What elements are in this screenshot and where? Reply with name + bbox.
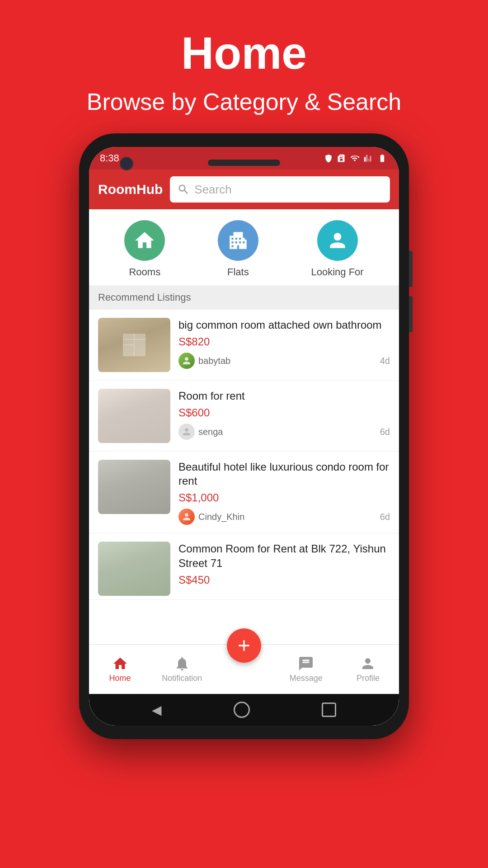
person-icon	[326, 229, 349, 252]
listing-meta-2: senga 6d	[178, 424, 390, 440]
phone-frame: 8:38 RoomHub Search	[79, 133, 409, 739]
bottom-nav: Home Notification Message Profile	[89, 644, 399, 694]
listing-price-1: S$820	[178, 335, 390, 348]
listing-time-2: 6d	[380, 427, 390, 437]
nav-notification-label: Notification	[162, 674, 202, 683]
phone-vol-up	[409, 251, 413, 287]
search-placeholder: Search	[194, 183, 231, 197]
nav-message-label: Message	[290, 674, 323, 683]
rooms-icon-bg	[124, 220, 165, 261]
listing-title-3: Beautiful hotel like luxurious condo roo…	[178, 460, 390, 488]
banner-subtitle: Browse by Category & Search	[36, 88, 452, 115]
phone-camera	[120, 157, 133, 170]
category-rooms[interactable]: Rooms	[124, 220, 165, 278]
listing-title-1: big common room attached own bathroom	[178, 318, 390, 332]
listing-meta-3: Cindy_Khin 6d	[178, 509, 390, 525]
user-name-3: Cindy_Khin	[198, 512, 244, 522]
search-bar[interactable]: Search	[170, 176, 390, 203]
listing-item[interactable]: Common Room for Rent at Blk 722, Yishun …	[89, 533, 399, 600]
banner-title: Home	[36, 27, 452, 79]
section-header: Recommend Listings	[89, 285, 399, 310]
back-btn[interactable]: ◀	[152, 703, 162, 717]
category-looking[interactable]: Looking For	[311, 220, 363, 278]
listing-info-3: Beautiful hotel like luxurious condo roo…	[178, 460, 390, 525]
listing-image-1	[98, 318, 170, 372]
phone-speaker	[208, 160, 280, 166]
listing-item[interactable]: big common room attached own bathroom S$…	[89, 310, 399, 381]
building-icon	[227, 229, 249, 252]
listing-image-2	[98, 389, 170, 443]
nav-notification[interactable]: Notification	[151, 656, 213, 683]
house-icon	[133, 229, 156, 252]
search-icon	[177, 183, 190, 196]
listing-time-3: 6d	[380, 512, 390, 522]
listing-image-3	[98, 460, 170, 514]
profile-nav-icon	[360, 656, 376, 672]
signal-icon	[364, 154, 373, 163]
banner: Home Browse by Category & Search	[0, 0, 488, 133]
message-nav-icon	[298, 656, 314, 672]
listing-info-4: Common Room for Rent at Blk 722, Yishun …	[178, 542, 390, 590]
listing-image-4	[98, 542, 170, 596]
user-avatar-3	[178, 509, 195, 525]
nav-profile[interactable]: Profile	[337, 656, 399, 683]
user-avatar-1	[178, 353, 195, 369]
post-fab[interactable]	[227, 628, 261, 663]
wifi-icon	[349, 154, 360, 163]
user-name-1: babytab	[198, 356, 230, 366]
listing-item[interactable]: Beautiful hotel like luxurious condo roo…	[89, 452, 399, 533]
listing-meta-1: babytab 4d	[178, 353, 390, 369]
battery-icon	[376, 154, 388, 163]
flats-icon-bg	[218, 220, 258, 261]
listing-price-2: S$600	[178, 406, 390, 419]
status-bar: 8:38	[89, 147, 399, 170]
status-icons	[324, 154, 388, 163]
sim-icon	[337, 154, 346, 163]
listing-user-1: babytab	[178, 353, 230, 369]
listing-time-1: 4d	[380, 356, 390, 366]
looking-icon-bg	[317, 220, 358, 261]
status-time: 8:38	[100, 152, 119, 164]
plus-icon	[235, 637, 253, 655]
nav-home[interactable]: Home	[89, 656, 151, 683]
looking-label: Looking For	[311, 266, 363, 278]
categories: Rooms Flats Look	[89, 209, 399, 285]
shield-icon	[324, 154, 333, 163]
phone-bottom-bar: ◀	[89, 694, 399, 726]
listing-price-3: S$1,000	[178, 491, 390, 504]
nav-profile-label: Profile	[357, 674, 380, 683]
listing-item[interactable]: Room for rent S$600 senga 6d	[89, 381, 399, 452]
screen: 8:38 RoomHub Search	[89, 147, 399, 726]
listing-user-3: Cindy_Khin	[178, 509, 244, 525]
listing-title-2: Room for rent	[178, 389, 390, 403]
rooms-label: Rooms	[129, 266, 160, 278]
flats-label: Flats	[227, 266, 249, 278]
listing-title-4: Common Room for Rent at Blk 722, Yishun …	[178, 542, 390, 570]
user-name-2: senga	[198, 427, 223, 437]
user-avatar-2	[178, 424, 195, 440]
content: Rooms Flats Look	[89, 209, 399, 694]
nav-home-label: Home	[109, 674, 131, 683]
listing-user-2: senga	[178, 424, 223, 440]
listings: big common room attached own bathroom S$…	[89, 310, 399, 644]
bell-nav-icon	[174, 656, 190, 672]
app-logo: RoomHub	[98, 182, 163, 197]
app-bar: RoomHub Search	[89, 170, 399, 209]
listing-info-1: big common room attached own bathroom S$…	[178, 318, 390, 369]
phone-vol-down	[409, 296, 413, 332]
category-flats[interactable]: Flats	[218, 220, 258, 278]
home-nav-icon	[112, 656, 128, 672]
listing-info-2: Room for rent S$600 senga 6d	[178, 389, 390, 440]
nav-message[interactable]: Message	[275, 656, 337, 683]
home-btn[interactable]	[234, 702, 250, 718]
listing-price-4: S$450	[178, 574, 390, 586]
recents-btn[interactable]	[322, 703, 336, 717]
